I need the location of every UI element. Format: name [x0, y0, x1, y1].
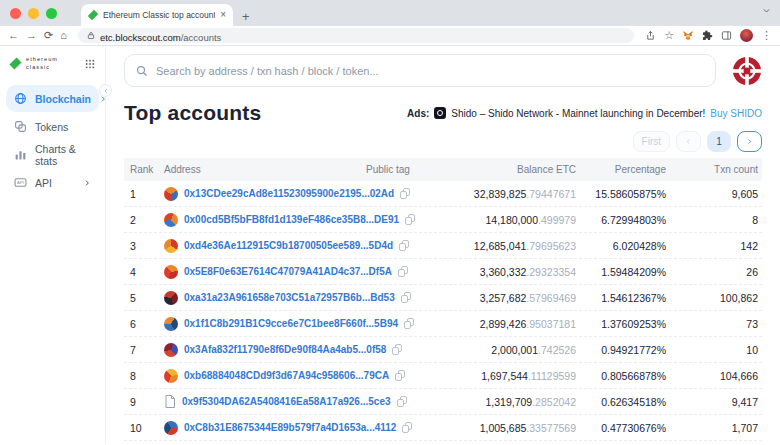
- balance-fraction: .79447671: [526, 188, 576, 200]
- apps-grid-icon[interactable]: [85, 59, 95, 69]
- balance-integer: 1,005,685: [480, 422, 527, 434]
- pagination-first-button[interactable]: First: [633, 131, 670, 152]
- copy-icon[interactable]: [398, 266, 408, 277]
- address-link[interactable]: 0x1f1C8b291B1C9cce6e7C1bee8F660f...5B94: [184, 318, 398, 329]
- percentage-cell: 0.94921772%: [580, 344, 670, 356]
- rank-cell: 10: [124, 422, 160, 434]
- copy-icon[interactable]: [392, 344, 402, 355]
- balance-cell: 3,257,682.57969469: [432, 292, 580, 304]
- copy-icon[interactable]: [402, 422, 412, 433]
- address-link[interactable]: 0x5E8F0e63E7614C47079A41AD4c37...Df5A: [184, 266, 392, 277]
- address-link[interactable]: 0xd4e36Ae112915C9b18700505ee589...5D4d: [184, 240, 393, 251]
- copy-icon[interactable]: [399, 240, 409, 251]
- browser-window: Ethereum Classic top account × + ← → ⟳ ⌂…: [0, 0, 780, 445]
- percentage-cell: 1.54612367%: [580, 292, 670, 304]
- copy-icon[interactable]: [405, 214, 415, 225]
- sidebar-item-api[interactable]: API API: [6, 169, 99, 196]
- address-link[interactable]: 0x9f5304DA62A5408416Ea58A17a926...5ce3: [182, 396, 391, 407]
- pagination: First 1: [124, 131, 762, 152]
- new-tab-button[interactable]: +: [242, 10, 250, 23]
- txn-count-cell: 9,605: [670, 188, 762, 200]
- header-public-tag: Public tag: [362, 164, 432, 175]
- balance-fraction: .95037181: [526, 318, 576, 330]
- sidebar-item-charts-stats[interactable]: Charts & stats: [6, 141, 99, 168]
- txn-count-cell: 142: [670, 240, 762, 252]
- txn-count-cell: 8: [670, 214, 762, 226]
- forward-icon[interactable]: →: [26, 30, 37, 41]
- sidebar-nav: Blockchain Tokens Charts & stats: [0, 85, 105, 196]
- bookmark-star-icon[interactable]: ☆: [664, 30, 674, 41]
- bar-chart-icon: [14, 148, 27, 161]
- address-identicon: [164, 187, 178, 201]
- svg-text:API: API: [17, 181, 24, 186]
- address-link[interactable]: 0x3Afa832f11790e8f6De90f84Aa4ab5...0f58: [184, 344, 386, 355]
- window-close-button[interactable]: [10, 8, 21, 19]
- balance-fraction: .499979: [538, 214, 576, 226]
- address-link[interactable]: 0x13CDee29cAd8e11523095900e2195...02Ad: [184, 188, 394, 199]
- window-zoom-button[interactable]: [46, 8, 57, 19]
- rank-cell: 1: [124, 188, 160, 200]
- address-link[interactable]: 0xC8b31E8675344E89b579f7a4D1653a...4112: [184, 422, 396, 433]
- pagination-prev-button[interactable]: [676, 131, 701, 152]
- back-icon[interactable]: ←: [8, 30, 19, 41]
- pagination-current-page[interactable]: 1: [707, 131, 731, 152]
- balance-fraction: .33577569: [526, 422, 576, 434]
- chevron-down-icon[interactable]: [762, 6, 771, 15]
- copy-icon[interactable]: [397, 396, 407, 407]
- tab-title: Ethereum Classic top account: [103, 10, 215, 20]
- search-input[interactable]: [156, 65, 704, 77]
- address-bar[interactable]: etc.blockscout.com/accounts: [78, 28, 634, 43]
- balance-integer: 12,685,041: [474, 240, 527, 252]
- ad-text: Shido – Shido Network - Mainnet launchin…: [451, 108, 705, 119]
- rank-cell: 2: [124, 214, 160, 226]
- rank-cell: 6: [124, 318, 160, 330]
- sidebar-item-tokens[interactable]: Tokens: [6, 113, 99, 140]
- rank-cell: 7: [124, 344, 160, 356]
- shido-icon: [434, 107, 446, 119]
- sidebar-item-label: Charts & stats: [35, 143, 91, 167]
- balance-integer: 2,000,001: [491, 344, 538, 356]
- sidebar-item-label: API: [35, 177, 52, 189]
- address-link[interactable]: 0xb68884048CDd9f3d67A94c958606...79CA: [184, 370, 389, 381]
- copy-icon[interactable]: [400, 188, 410, 199]
- buy-shido-link[interactable]: Buy SHIDO: [710, 108, 762, 119]
- sidebar-item-blockchain[interactable]: Blockchain: [6, 85, 99, 112]
- metamask-extension-icon[interactable]: [682, 30, 694, 41]
- refresh-icon[interactable]: ⟳: [44, 30, 53, 41]
- share-icon[interactable]: [645, 30, 656, 41]
- table-row: 10 0xC8b31E8675344E89b579f7a4D1653a...41…: [124, 415, 762, 441]
- txn-count-cell: 104,666: [670, 370, 762, 382]
- ad-banner: Ads: Shido – Shido Network - Mainnet lau…: [407, 107, 762, 119]
- balance-cell: 2,000,001.742526: [432, 344, 580, 356]
- pagination-next-button[interactable]: [737, 131, 762, 152]
- profile-avatar[interactable]: [740, 29, 753, 42]
- chevron-right-icon: [83, 179, 91, 187]
- address-identicon: [164, 317, 178, 331]
- network-menu-icon[interactable]: [732, 56, 762, 86]
- search-bar[interactable]: [124, 54, 716, 87]
- table-row: 3 0xd4e36Ae112915C9b18700505ee589...5D4d…: [124, 233, 762, 259]
- percentage-cell: 0.47730676%: [580, 422, 670, 434]
- side-panel-icon[interactable]: [721, 30, 732, 41]
- rank-cell: 3: [124, 240, 160, 252]
- address-link[interactable]: 0xa31a23A961658e703C51a72957B6b...Bd53: [184, 292, 395, 303]
- balance-fraction: .57969469: [526, 292, 576, 304]
- home-icon[interactable]: ⌂: [60, 30, 67, 41]
- copy-icon[interactable]: [401, 292, 411, 303]
- sidebar-collapse-button[interactable]: [99, 84, 112, 97]
- extensions-puzzle-icon[interactable]: [702, 30, 713, 41]
- browser-tab[interactable]: Ethereum Classic top account ×: [81, 4, 233, 26]
- address-link[interactable]: 0x00cd5Bf5bFB8fd1d139eF486ce35B8...DE91: [184, 214, 399, 225]
- ethereum-classic-logo[interactable]: ethereum classic: [0, 56, 105, 71]
- copy-icon[interactable]: [395, 370, 405, 381]
- kebab-menu-icon[interactable]: ⋮: [761, 30, 772, 41]
- rank-cell: 8: [124, 370, 160, 382]
- window-minimize-button[interactable]: [28, 8, 39, 19]
- balance-fraction: .79695623: [526, 240, 576, 252]
- rank-cell: 9: [124, 396, 160, 408]
- tab-close-icon[interactable]: ×: [220, 10, 226, 20]
- copy-icon[interactable]: [404, 318, 414, 329]
- balance-cell: 3,360,332.29323354: [432, 266, 580, 278]
- toolbar-actions: ☆ ⋮: [645, 29, 772, 42]
- globe-icon: [14, 92, 27, 105]
